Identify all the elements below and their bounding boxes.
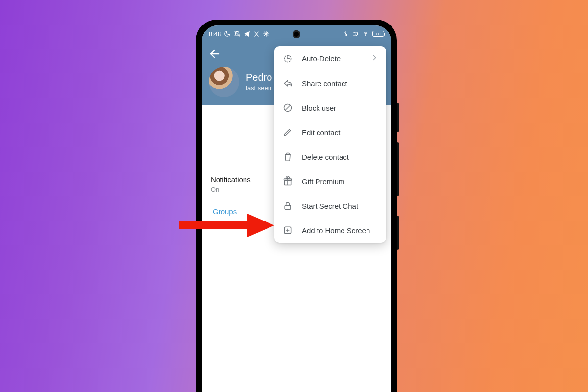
menu-item-auto-delete[interactable]: Auto-Delete (274, 46, 386, 71)
wifi-icon (362, 31, 369, 37)
menu-label: Share contact (302, 79, 378, 88)
menu-label: Delete contact (302, 153, 378, 161)
menu-item-block-user[interactable]: Block user (274, 96, 386, 120)
share-icon (282, 78, 293, 89)
menu-item-add-home-screen[interactable]: Add to Home Screen (274, 218, 386, 243)
svg-rect-15 (285, 205, 291, 209)
bluetooth-icon (343, 30, 349, 37)
menu-item-gift-premium[interactable]: Gift Premium (274, 169, 386, 194)
menu-label: Edit contact (302, 128, 378, 137)
menu-item-delete-contact[interactable]: Delete contact (274, 145, 386, 169)
chevron-right-icon (370, 54, 378, 63)
avatar[interactable] (209, 67, 239, 97)
svg-point-5 (366, 35, 366, 36)
trash-icon (282, 151, 293, 162)
gift-icon (282, 176, 293, 187)
svg-line-11 (285, 105, 290, 110)
menu-label: Block user (302, 104, 378, 112)
moon-icon (224, 30, 231, 37)
phone-screen: 8:48 80 (202, 25, 391, 392)
menu-item-edit-contact[interactable]: Edit contact (274, 120, 386, 145)
telegram-plane-icon (244, 30, 250, 37)
lock-icon (282, 200, 293, 211)
menu-label: Auto-Delete (302, 54, 362, 63)
battery-percent: 80 (376, 32, 380, 36)
sparkle-icon (263, 30, 270, 37)
gradient-background: 8:48 80 (0, 0, 588, 392)
no-sim-icon (352, 31, 359, 37)
status-time: 8:48 (209, 30, 221, 38)
mute-icon (234, 30, 241, 37)
back-button[interactable] (209, 48, 220, 62)
phone-frame: 8:48 80 (196, 20, 397, 392)
menu-label: Gift Premium (302, 177, 378, 186)
add-to-home-icon (282, 225, 293, 236)
menu-label: Start Secret Chat (302, 202, 378, 210)
contact-presence: last seen (246, 84, 272, 92)
contact-name: Pedro (246, 72, 272, 83)
menu-item-start-secret-chat[interactable]: Start Secret Chat (274, 194, 386, 218)
x-icon (253, 31, 260, 37)
timer-icon (282, 53, 293, 64)
tab-groups[interactable]: Groups (211, 200, 239, 222)
phone-side-button (397, 216, 399, 250)
block-icon (282, 102, 293, 113)
pencil-icon (282, 127, 293, 138)
phone-side-button (397, 103, 399, 132)
menu-label: Add to Home Screen (302, 226, 378, 235)
battery-icon: 80 (372, 31, 384, 37)
phone-side-button (397, 142, 399, 196)
overflow-menu: Auto-Delete Share contact Bl (274, 46, 386, 243)
menu-item-share-contact[interactable]: Share contact (274, 71, 386, 96)
phone-camera-cutout (293, 30, 300, 38)
